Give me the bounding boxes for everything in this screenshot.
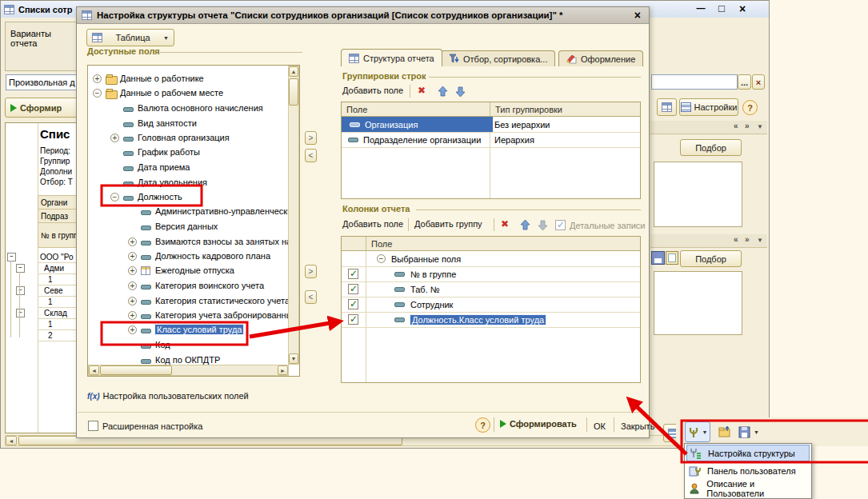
tab-filter-sort[interactable]: Отбор, сортировка... — [441, 50, 555, 66]
copy-icon[interactable] — [666, 251, 678, 265]
h-scrollbar[interactable]: ◄ ► — [88, 365, 289, 376]
add-group-button[interactable]: Добавить группу — [414, 219, 482, 229]
grouping-type-cell[interactable]: Иерархия — [494, 132, 638, 147]
move-left-button[interactable]: < — [305, 290, 317, 304]
tree-item[interactable]: Данные о работнике — [88, 72, 299, 86]
groupings-add-field-button[interactable]: Добавить поле — [342, 86, 403, 95]
ok-button[interactable]: ОК — [594, 421, 606, 431]
close-button[interactable]: Закрыть — [621, 421, 654, 431]
scroll-left-icon[interactable]: ◄ — [89, 365, 99, 375]
tree-item[interactable]: Дата приема — [88, 161, 299, 175]
tree-item[interactable]: Ежегодные отпуска — [88, 264, 299, 278]
help-icon[interactable]: ? — [742, 100, 758, 115]
generate-button[interactable]: Сформировать — [500, 419, 577, 429]
filter-input[interactable] — [651, 74, 738, 90]
dialog-close-icon[interactable]: × — [631, 9, 644, 22]
column-row[interactable]: Сотрудник — [366, 297, 640, 312]
report-variant-input[interactable]: Произвольная д — [6, 74, 84, 90]
move-up-icon[interactable] — [519, 219, 531, 231]
tree-item[interactable]: Административно-управленческий — [88, 205, 299, 219]
column-checkbox[interactable] — [348, 314, 358, 325]
expand-icon[interactable] — [128, 281, 137, 290]
ellipsis-button[interactable]: ... — [738, 74, 751, 90]
expand-icon[interactable] — [128, 297, 137, 305]
chevron-down-icon[interactable]: ▼ — [757, 124, 763, 130]
pick-button-2[interactable]: Подбор — [680, 250, 742, 267]
tree-item[interactable]: Валюта основного начисления — [88, 102, 299, 116]
settings-button[interactable]: Настройки — [679, 98, 738, 116]
menu-item-description-users[interactable]: Описание и Пользователи — [686, 480, 810, 497]
column-row[interactable]: Таб. № — [366, 281, 640, 297]
columns-table[interactable]: Поле Выбранные поля № в группе Таб. № Со… — [341, 236, 641, 383]
open-variant-button[interactable] — [714, 422, 735, 441]
tree-item[interactable]: Дата увольнения — [88, 176, 299, 190]
help-icon[interactable]: ? — [475, 417, 490, 433]
tab-appearance[interactable]: Оформление — [558, 50, 643, 66]
expand-icon[interactable] — [128, 266, 137, 275]
tree-item[interactable]: Версия данных — [88, 220, 299, 234]
clear-button[interactable]: × — [752, 74, 765, 90]
move-up-icon[interactable] — [437, 86, 449, 98]
settings-menu-button[interactable]: ▼ — [685, 421, 710, 442]
tree-item[interactable]: Взимаются взносы за занятых на — [88, 235, 299, 250]
chevron-down-icon[interactable]: ▼ — [757, 238, 763, 244]
column-checkbox[interactable] — [348, 269, 358, 279]
report-generate-button[interactable]: Сформир — [5, 98, 84, 118]
custom-fields-button[interactable]: f(x) Настройка пользовательских полей — [87, 391, 249, 401]
tree-item[interactable]: Категория учета забронированных — [88, 309, 299, 323]
groupings-table[interactable]: Поле Тип группировки Организация Без иер… — [341, 102, 641, 199]
tree-item[interactable]: Категория статистического учета — [88, 294, 299, 309]
expand-icon[interactable] — [128, 325, 137, 334]
scroll-left-icon[interactable]: ◄ — [6, 436, 17, 445]
v-scrollbar[interactable]: ▲ ▼ — [288, 66, 299, 365]
pick-button-1[interactable]: Подбор — [680, 139, 742, 156]
collapse-icon[interactable] — [377, 254, 386, 263]
tree-item-klass-usloviy-truda[interactable]: Класс условий труда — [88, 323, 299, 337]
tree-item[interactable]: Вид занятости — [88, 117, 299, 131]
tree-item[interactable]: Категория воинского учета — [88, 279, 299, 293]
menu-item-user-panel[interactable]: Панель пользователя — [686, 462, 810, 479]
column-row[interactable]: № в группе — [366, 266, 640, 281]
tab-structure[interactable]: Структура отчета — [341, 49, 442, 66]
expand-icon[interactable] — [110, 134, 119, 142]
column-checkbox[interactable] — [348, 299, 358, 309]
tree-item[interactable]: Головная организация — [88, 131, 299, 146]
move-right-button[interactable]: > — [305, 131, 317, 145]
collapse-icon[interactable] — [110, 193, 119, 202]
scroll-up-icon[interactable]: ▲ — [289, 66, 298, 77]
delete-icon[interactable]: ✖ — [418, 85, 426, 96]
tree-item[interactable]: Должность кадрового плана — [88, 250, 299, 264]
move-left-button[interactable]: < — [305, 149, 317, 162]
move-right-button[interactable]: > — [305, 265, 317, 278]
collapse-left-icon[interactable]: « — [734, 122, 738, 130]
table-dropdown-button[interactable]: Таблица ▼ — [86, 29, 174, 46]
menu-item-structure-settings[interactable]: Настройка структуры — [686, 445, 810, 461]
scroll-right-icon[interactable]: ► — [278, 365, 288, 375]
selection-list-2[interactable] — [654, 271, 742, 335]
expand-right-icon[interactable]: » — [745, 122, 750, 130]
column-checkbox[interactable] — [348, 284, 358, 294]
expand-icon[interactable] — [93, 74, 102, 83]
collapse-icon[interactable] — [93, 89, 102, 98]
expand-right-icon[interactable]: » — [745, 236, 750, 244]
tree-item[interactable]: Код — [88, 338, 299, 353]
table-view-button[interactable] — [657, 98, 677, 116]
advanced-settings-checkbox[interactable] — [88, 421, 98, 431]
grouping-row[interactable]: Подразделение организации — [342, 132, 490, 147]
minimize-icon[interactable]: — — [692, 3, 710, 16]
scrollbar-thumb[interactable] — [100, 365, 172, 375]
close-icon[interactable]: × — [734, 2, 751, 15]
collapse-left-icon[interactable]: « — [734, 236, 738, 244]
tree-item[interactable]: График работы — [88, 146, 299, 160]
delete-icon[interactable]: ✖ — [501, 218, 509, 230]
grouping-type-cell[interactable]: Без иерархии — [494, 117, 638, 132]
expand-icon[interactable] — [128, 252, 137, 261]
tree-item[interactable]: Данные о рабочем месте — [88, 86, 299, 101]
tree-item-dolzhnost[interactable]: Должность — [88, 190, 299, 205]
columns-add-field-button[interactable]: Добавить поле — [342, 219, 403, 229]
collapse-icon[interactable]: − — [16, 286, 25, 295]
collapse-icon[interactable]: − — [7, 253, 16, 261]
save-variant-button[interactable]: ▼ — [736, 422, 762, 441]
column-row-selected[interactable]: Должность.Класс условий труда — [366, 312, 640, 327]
save-icon[interactable] — [651, 251, 665, 265]
